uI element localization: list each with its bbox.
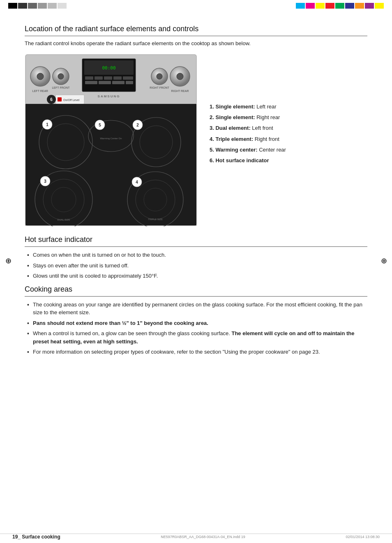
svg-text:LEFT REAR: LEFT REAR <box>32 90 48 92</box>
swatch-magenta <box>306 3 315 9</box>
swatch-yellow <box>316 3 325 9</box>
svg-rect-22 <box>85 81 97 84</box>
swatch-orange <box>355 3 364 9</box>
legend-item-4: 4. Triple element: Right front <box>210 136 367 143</box>
legend-list: 1. Single element: Left rear 2. Single e… <box>210 54 367 228</box>
svg-text:TRIPLE SIZE: TRIPLE SIZE <box>148 218 163 221</box>
svg-text:6: 6 <box>50 97 53 102</box>
swatch-medium <box>28 3 37 9</box>
svg-text:On/Off  Level: On/Off Level <box>63 99 80 101</box>
svg-point-12 <box>157 74 162 79</box>
footer-datetime: 02/01/2014 13:08:30 <box>346 535 380 539</box>
svg-rect-17 <box>85 76 93 80</box>
svg-point-6 <box>58 74 64 79</box>
svg-rect-21 <box>123 76 133 80</box>
swatch-purple <box>365 3 374 9</box>
hot-bullet-1: Comes on when the unit is turned on or h… <box>25 251 367 259</box>
cooking-bullet-2: Pans should not extend more than ½" to 1… <box>25 319 367 327</box>
cooking-bullet-3: When a control is turned on, a glow can … <box>25 329 367 345</box>
color-bar-right <box>296 3 384 9</box>
svg-text:LEFT FRONT: LEFT FRONT <box>52 86 70 89</box>
hot-bullet-2: Stays on even after the unit is turned o… <box>25 262 367 270</box>
svg-rect-20 <box>113 76 122 80</box>
swatch-blue <box>345 3 354 9</box>
legend-item-2: 2. Single element: Right rear <box>210 114 367 121</box>
section2-title: Hot surface indicator <box>25 235 367 247</box>
swatch-light <box>38 3 47 9</box>
svg-text:RIGHT FRONT: RIGHT FRONT <box>150 86 169 89</box>
legend-item-3: 3. Dual element: Left front <box>210 124 367 132</box>
svg-rect-24 <box>112 81 125 84</box>
section3-title: Cooking areas <box>25 285 367 297</box>
svg-point-9 <box>177 73 183 80</box>
hot-bullet-3: Glows until the unit is cooled to approx… <box>25 272 367 280</box>
legend-item-6: 6. Hot surface indicator <box>210 157 367 164</box>
swatch-red <box>325 3 334 9</box>
cooking-areas-bullets: The cooking areas on your range are iden… <box>25 301 367 356</box>
top-bar <box>0 0 392 12</box>
swatch-green <box>335 3 344 9</box>
svg-text:00:00: 00:00 <box>102 65 115 71</box>
svg-point-3 <box>37 73 44 80</box>
diagram-area: LEFT REAR LEFT FRONT RIGHT REAR RIGHT FR… <box>25 54 367 228</box>
swatch-lightest <box>58 3 67 9</box>
cooking-bullet-1: The cooking areas on your range are iden… <box>25 301 367 317</box>
svg-text:SAMSUNG: SAMSUNG <box>98 94 120 98</box>
page-content: Location of the radiant surface elements… <box>0 16 392 527</box>
swatch-yellow2 <box>375 3 384 9</box>
section1-title: Location of the radiant surface elements… <box>25 25 367 36</box>
hot-surface-bullets: Comes on when the unit is turned on or h… <box>25 251 367 280</box>
section1-intro: The radiant control knobs operate the ra… <box>25 40 367 46</box>
cooktop-svg: LEFT REAR LEFT FRONT RIGHT REAR RIGHT FR… <box>25 54 197 226</box>
page-footer: 19_ Surface cooking NE597R0ABSR_AA_DG68-… <box>0 534 392 540</box>
svg-rect-18 <box>95 76 103 80</box>
svg-text:2: 2 <box>136 123 139 127</box>
registration-mark-top <box>8 1 18 11</box>
svg-text:1: 1 <box>46 122 48 127</box>
svg-rect-23 <box>99 81 111 84</box>
svg-rect-28 <box>58 97 62 101</box>
svg-text:3: 3 <box>44 179 46 184</box>
cooking-bullet-4: For more information on selecting proper… <box>25 348 367 356</box>
svg-text:5: 5 <box>99 123 101 127</box>
cooktop-container: LEFT REAR LEFT FRONT RIGHT REAR RIGHT FR… <box>25 54 197 228</box>
swatch-cyan <box>296 3 305 9</box>
svg-text:RIGHT REAR: RIGHT REAR <box>171 90 189 92</box>
swatch-lighter <box>48 3 57 9</box>
legend-item-5: 5. Warming center: Center rear <box>210 146 367 154</box>
svg-text:4: 4 <box>136 180 138 184</box>
svg-rect-19 <box>104 76 112 80</box>
swatch-dark <box>18 3 27 9</box>
legend-item-1: 1. Single element: Left rear <box>210 103 367 110</box>
svg-text:Warming Center On: Warming Center On <box>100 137 122 140</box>
svg-text:DUAL SIZE: DUAL SIZE <box>58 219 70 221</box>
footer-filename: NE597R0ABSR_AA_DG68-00431A-04_EN.indd 19 <box>161 535 245 539</box>
footer-page-label: 19_ Surface cooking <box>12 534 60 540</box>
svg-rect-25 <box>126 81 133 84</box>
